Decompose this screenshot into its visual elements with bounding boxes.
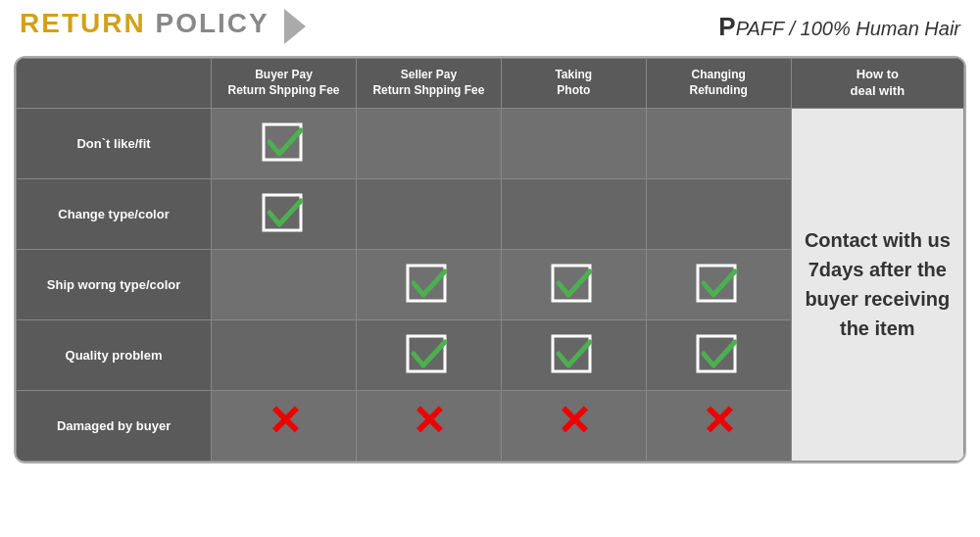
- cell-damaged-taking-photo: ✕: [501, 390, 646, 461]
- check-icon: [694, 332, 743, 375]
- row-label-dont-like: Don`t like/fit: [17, 108, 212, 178]
- cross-icon: ✕: [692, 401, 745, 448]
- row-label-ship-wrong: Ship worng type/color: [17, 249, 212, 319]
- check-icon: [404, 332, 453, 375]
- col-header-seller-pay: Seller PayReturn Shpping Fee: [356, 58, 501, 108]
- cell-quality-taking-photo: [501, 319, 646, 390]
- brand-name: PPAFF / 100% Human Hair: [718, 12, 960, 42]
- return-label: RETURN: [20, 8, 146, 38]
- table-row: Don`t like/fit Contact with us 7days aft…: [17, 108, 964, 178]
- cell-ship-wrong-seller-pay: [356, 249, 501, 319]
- cell-change-type-buyer-pay: [212, 178, 357, 249]
- cell-ship-wrong-changing-refunding: [646, 249, 791, 319]
- cell-change-type-changing-refunding: [646, 178, 791, 249]
- cross-icon: ✕: [402, 401, 455, 448]
- arrow-icon: [284, 9, 306, 44]
- how-to-cell: Contact with us 7days after the buyer re…: [791, 108, 963, 461]
- check-icon: [549, 262, 598, 305]
- cell-ship-wrong-buyer-pay: [212, 249, 357, 319]
- cell-damaged-changing-refunding: ✕: [646, 390, 791, 461]
- policy-label: POLICY: [155, 8, 269, 38]
- return-policy-title: RETURN POLICY: [20, 8, 306, 46]
- cell-change-type-taking-photo: [501, 178, 646, 249]
- check-icon: [404, 262, 453, 305]
- col-header-taking-photo: TakingPhoto: [501, 58, 646, 108]
- page-header: RETURN POLICY PPAFF / 100% Human Hair: [0, 0, 980, 50]
- row-label-change-type: Change type/color: [17, 178, 212, 249]
- cell-dont-like-taking-photo: [501, 108, 646, 178]
- cell-dont-like-changing-refunding: [646, 108, 791, 178]
- cell-dont-like-buyer-pay: [212, 108, 357, 178]
- cell-change-type-seller-pay: [356, 178, 501, 249]
- cell-quality-changing-refunding: [646, 319, 791, 390]
- cross-icon: ✕: [547, 401, 600, 448]
- cell-damaged-seller-pay: ✕: [356, 390, 501, 461]
- cell-dont-like-seller-pay: [356, 108, 501, 178]
- svg-text:✕: ✕: [557, 401, 591, 444]
- col-header-changing-refunding: ChangingRefunding: [646, 58, 791, 108]
- svg-text:✕: ✕: [702, 401, 736, 444]
- check-icon: [549, 332, 598, 375]
- row-label-damaged-by-buyer: Damaged by buyer: [17, 390, 212, 461]
- col-header-how-to: How todeal with: [791, 58, 963, 108]
- check-icon: [694, 262, 743, 305]
- row-label-quality-problem: Quality problem: [17, 319, 212, 390]
- cell-quality-buyer-pay: [212, 319, 357, 390]
- col-header-empty: [17, 58, 212, 108]
- return-policy-table-container: Buyer PayReturn Shpping Fee Seller PayRe…: [14, 56, 966, 464]
- cell-damaged-buyer-pay: ✕: [212, 390, 357, 461]
- svg-text:✕: ✕: [412, 401, 446, 444]
- cross-icon: ✕: [258, 401, 311, 448]
- cell-quality-seller-pay: [356, 319, 501, 390]
- return-policy-table: Buyer PayReturn Shpping Fee Seller PayRe…: [16, 58, 964, 462]
- cell-ship-wrong-taking-photo: [501, 249, 646, 319]
- col-header-buyer-pay: Buyer PayReturn Shpping Fee: [212, 58, 357, 108]
- check-icon: [260, 121, 309, 164]
- check-icon: [260, 191, 309, 234]
- svg-text:✕: ✕: [267, 401, 301, 444]
